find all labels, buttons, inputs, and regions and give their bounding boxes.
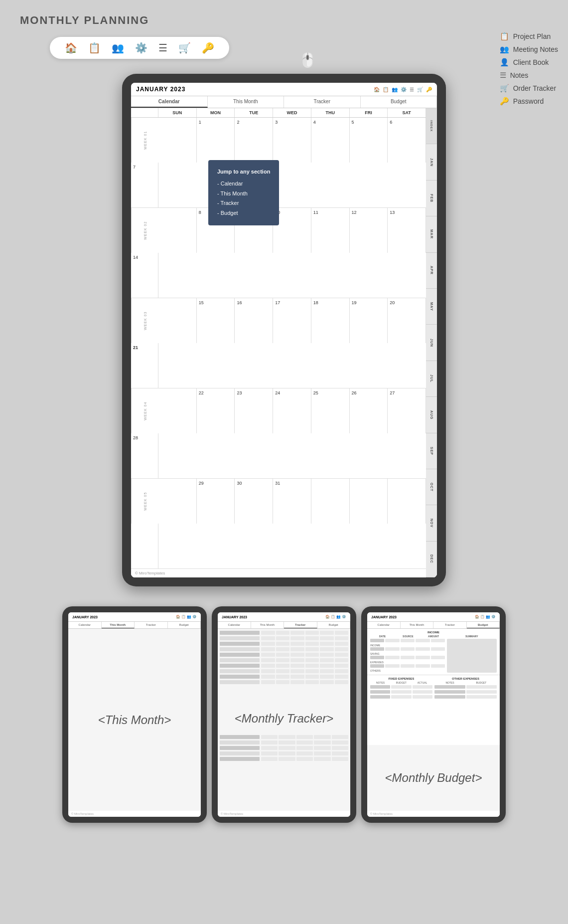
home-icon[interactable]: 🏠 — [65, 42, 77, 54]
sidebar-link-project-plan[interactable]: 📋 Project Plan — [500, 32, 558, 41]
cal-cell: 12 — [350, 208, 388, 253]
mini-footer-2: © MiroTemplates — [218, 811, 350, 817]
cal-cell: 28 — [131, 433, 158, 478]
month-tab-jun[interactable]: JUN — [426, 325, 437, 361]
day-mon: MON — [197, 108, 235, 117]
key-icon[interactable]: 🔑 — [202, 42, 214, 54]
mini-tab-thismonth-1[interactable]: This Month — [102, 622, 135, 628]
footer-brand: © MiroTemplates — [131, 569, 426, 577]
table-row — [220, 675, 348, 679]
budget-others-label: OTHERS — [370, 669, 445, 672]
cal-cell — [158, 479, 197, 524]
mini-label-this-month: <This Month> — [98, 713, 171, 727]
mini-icons-1: 🏠 📋 👥 ⚙️ — [176, 615, 197, 619]
month-tab-may[interactable]: MAY — [426, 289, 437, 325]
clipboard-icon[interactable]: 📋 — [88, 42, 101, 54]
month-tab-mar[interactable]: MAR — [426, 216, 437, 252]
mini-tab-thismonth-3[interactable]: This Month — [401, 622, 434, 628]
budget-other-section: OTHER EXPENSES NOTES BUDGET — [434, 677, 497, 700]
week-label-5: WEEK 05 — [131, 479, 158, 524]
tab-this-month[interactable]: This Month — [208, 96, 284, 108]
mini-tabs-2: Calendar This Month Tracker Budget — [218, 622, 350, 629]
cal-cell: 26 — [350, 388, 388, 433]
cal-users-icon[interactable]: 👥 — [392, 87, 398, 92]
other-notes-col: NOTES — [434, 681, 465, 684]
cal-menu-icon[interactable]: ☰ — [410, 87, 414, 92]
cal-key-icon[interactable]: 🔑 — [426, 87, 432, 92]
mini-header-2: JANUARY 2023 🏠 📋 👥 ⚙️ — [218, 612, 350, 622]
mini-tab-budget-2[interactable]: Budget — [317, 622, 351, 628]
users-icon[interactable]: 👥 — [112, 42, 124, 54]
mini-tab-thismonth-2[interactable]: This Month — [251, 622, 284, 628]
mini-tabs-1: Calendar This Month Tracker Budget — [68, 622, 201, 629]
mini-tab-calendar-1[interactable]: Calendar — [68, 622, 102, 628]
table-row — [220, 631, 348, 635]
budget-row — [370, 664, 445, 668]
sidebar-link-client-book[interactable]: 👤 Client Book — [500, 58, 558, 67]
month-tab-aug[interactable]: AUG — [426, 397, 437, 433]
bag-icon[interactable]: 🛒 — [178, 42, 191, 54]
cal-home-icon[interactable]: 🏠 — [374, 87, 380, 92]
calendar-tabs: Calendar This Month Tracker Budget — [131, 96, 437, 108]
budget-row — [434, 685, 497, 689]
cal-cell: 22 — [197, 388, 235, 433]
mini-title-1: JANUARY 2023 — [72, 615, 98, 619]
budget-col-date: DATE — [370, 635, 395, 638]
month-tab-index[interactable]: INDEX — [426, 108, 437, 144]
cal-cell: 1 — [197, 118, 235, 163]
month-tab-nov[interactable]: NOV — [426, 505, 437, 541]
cal-clip-icon[interactable]: 📋 — [383, 87, 389, 92]
mini-tab-budget-1[interactable]: Budget — [168, 622, 201, 628]
budget-row — [434, 695, 497, 699]
budget-row — [370, 695, 432, 699]
month-tab-feb[interactable]: FEB — [426, 181, 437, 216]
cal-cell: 21 — [131, 343, 158, 388]
budget-row — [370, 656, 445, 659]
cal-cell: 7 — [131, 163, 158, 207]
week-label-2: WEEK 02 — [131, 208, 158, 253]
settings-icon[interactable]: ⚙️ — [135, 42, 147, 54]
cal-cell: 6 — [388, 118, 426, 163]
month-tab-jan[interactable]: JAN — [426, 144, 437, 180]
main-tablet-wrapper: JANUARY 2023 🏠 📋 👥 ⚙️ ☰ 🛒 🔑 Calendar Thi… — [0, 69, 568, 591]
mini-tab-calendar-3[interactable]: Calendar — [367, 622, 401, 628]
table-row — [220, 751, 348, 755]
month-tab-apr[interactable]: APR — [426, 253, 437, 289]
mini-content-budget: <Monthly Budget> — [367, 745, 500, 811]
table-row — [220, 658, 348, 662]
mini-tab-budget-3[interactable]: Budget — [467, 622, 500, 628]
month-tab-oct[interactable]: OCT — [426, 469, 437, 505]
main-tablet: JANUARY 2023 🏠 📋 👥 ⚙️ ☰ 🛒 🔑 Calendar Thi… — [122, 74, 446, 586]
month-tab-jul[interactable]: JUL — [426, 361, 437, 397]
toolbar-pill: 🏠 📋 👥 ⚙️ ☰ 🛒 🔑 — [50, 37, 229, 59]
sidebar-link-meeting-notes[interactable]: 👥 Meeting Notes — [500, 45, 558, 54]
tab-tracker[interactable]: Tracker — [284, 96, 361, 108]
mini-rows-tracker — [218, 629, 350, 707]
tab-budget[interactable]: Budget — [361, 96, 437, 108]
mini-header-3: JANUARY 2023 🏠 📋 👥 ⚙️ — [367, 612, 500, 622]
cal-settings-icon[interactable]: ⚙️ — [401, 87, 407, 92]
mini-tab-tracker-1[interactable]: Tracker — [135, 622, 168, 628]
month-sidebar: INDEX JAN FEB MAR APR MAY JUN JUL AUG SE… — [426, 108, 437, 577]
mini-tab-tracker-2[interactable]: Tracker — [284, 622, 317, 628]
tab-calendar[interactable]: Calendar — [131, 96, 208, 108]
mini-icons-2: 🏠 📋 👥 ⚙️ — [325, 615, 346, 619]
week-label-1: WEEK 01 — [131, 118, 158, 163]
cal-cell: 20 — [388, 298, 426, 343]
menu-icon[interactable]: ☰ — [158, 42, 167, 54]
month-tab-sep[interactable]: SEP — [426, 433, 437, 469]
mini-tab-tracker-3[interactable]: Tracker — [433, 622, 467, 628]
budget-col-source: SOURCE — [396, 635, 420, 638]
week-label-3: WEEK 03 — [131, 298, 158, 343]
month-tab-dec[interactable]: DEC — [426, 542, 437, 577]
cal-cell: 27 — [388, 388, 426, 433]
budget-row — [434, 690, 497, 694]
table-row — [220, 735, 348, 739]
cal-cell — [311, 479, 350, 524]
cal-bag-icon[interactable]: 🛒 — [417, 87, 423, 92]
mini-title-3: JANUARY 2023 — [371, 615, 397, 619]
day-sun: SUN — [158, 108, 197, 117]
cal-cell: 14 — [131, 253, 158, 298]
cal-cell: 18 — [311, 298, 350, 343]
mini-tab-calendar-2[interactable]: Calendar — [218, 622, 251, 628]
